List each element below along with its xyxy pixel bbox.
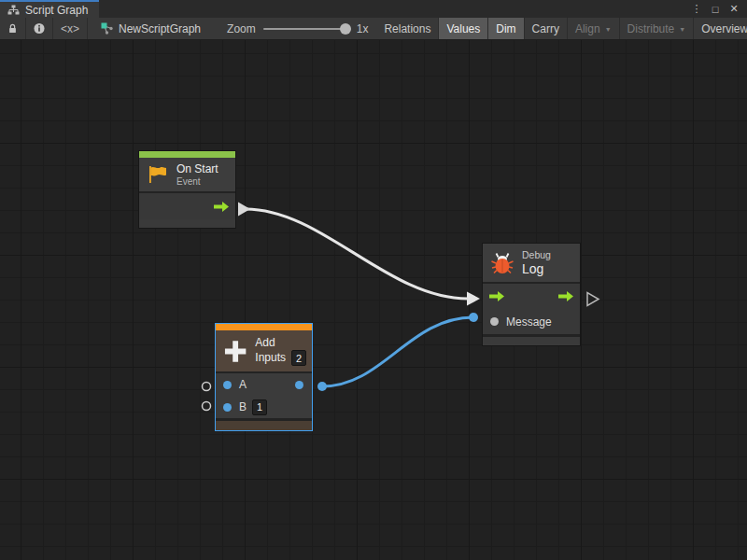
event-color-bar <box>139 151 235 158</box>
dim-label: Dim <box>496 22 515 35</box>
bug-icon <box>490 252 514 274</box>
lock-button[interactable] <box>0 18 26 39</box>
menu-icon[interactable]: ⋮ <box>689 3 704 15</box>
node-subtitle: Event <box>176 176 218 188</box>
value-input-port-b[interactable] <box>223 403 232 412</box>
code-preview-button[interactable]: <x> <box>53 18 88 39</box>
port-row-b: B 1 <box>216 396 312 418</box>
values-button[interactable]: Values <box>439 18 488 39</box>
dim-button[interactable]: Dim <box>488 18 524 39</box>
graph-name-group[interactable]: NewScriptGraph <box>101 18 201 39</box>
tab-script-graph[interactable]: Script Graph <box>0 0 99 18</box>
zoom-slider-handle[interactable] <box>340 23 351 35</box>
close-icon[interactable]: ✕ <box>726 3 741 15</box>
flow-output-port[interactable] <box>557 290 574 302</box>
zoom-value: 1x <box>357 22 369 35</box>
script-graph-icon <box>101 22 114 35</box>
distribute-label: Distribute <box>627 22 675 35</box>
math-color-bar <box>216 324 312 330</box>
values-label: Values <box>446 22 480 35</box>
node-footer <box>216 421 312 430</box>
overview-button[interactable]: Overview <box>694 18 747 39</box>
port-label: B <box>239 400 247 413</box>
maximize-icon[interactable]: □ <box>708 4 723 15</box>
zoom-slider[interactable] <box>263 28 349 30</box>
node-footer <box>139 219 235 228</box>
zoom-label: Zoom <box>227 22 256 35</box>
window-controls: ⋮ □ ✕ <box>689 0 747 18</box>
value-output-port[interactable] <box>295 381 303 389</box>
graph-name: NewScriptGraph <box>119 22 201 35</box>
node-title: On Start <box>176 162 218 176</box>
message-port-row: Message <box>483 309 580 334</box>
graph-hierarchy-icon <box>7 5 20 15</box>
code-preview-icon: <x> <box>61 22 79 35</box>
distribute-button[interactable]: Distribute ▼ <box>620 18 695 39</box>
node-kicker: Debug <box>522 249 551 261</box>
flow-port-row <box>139 193 235 219</box>
info-icon <box>34 22 45 35</box>
plus-icon <box>223 339 247 364</box>
node-debug-log[interactable]: Debug Log Message <box>482 243 581 346</box>
chevron-down-icon: ▼ <box>605 26 612 33</box>
port-label: Message <box>506 315 552 329</box>
node-title: Log <box>522 261 551 277</box>
port-label: A <box>239 378 247 391</box>
flow-port-row <box>483 284 580 309</box>
node-on-start[interactable]: On Start Event <box>138 150 236 229</box>
port-row-a: A <box>216 373 312 396</box>
relations-button[interactable]: Relations <box>376 18 439 39</box>
graph-canvas[interactable] <box>0 40 747 560</box>
node-title: Add <box>255 336 306 350</box>
flag-icon <box>147 163 169 186</box>
value-input-port[interactable] <box>490 317 499 326</box>
value-input-port-a[interactable] <box>223 381 232 389</box>
carry-button[interactable]: Carry <box>525 18 568 39</box>
inputs-label: Inputs <box>255 351 286 365</box>
chevron-down-icon: ▼ <box>679 26 685 33</box>
tab-bar: Script Graph ⋮ □ ✕ <box>0 0 747 18</box>
port-b-value-field[interactable]: 1 <box>252 399 267 415</box>
flow-input-port[interactable] <box>488 290 505 302</box>
carry-label: Carry <box>532 22 559 35</box>
graph-toolbar: <x> NewScriptGraph Zoom 1x Relations Val… <box>0 18 747 40</box>
lock-icon <box>7 22 18 35</box>
zoom-control: Zoom 1x <box>227 18 368 39</box>
node-add[interactable]: Add Inputs 2 A B 1 <box>215 323 313 431</box>
flow-output-port[interactable] <box>213 201 230 213</box>
inputs-count-field[interactable]: 2 <box>291 350 306 366</box>
align-label: Align <box>575 22 600 35</box>
info-button[interactable] <box>26 18 53 39</box>
script-graph-window: Script Graph ⋮ □ ✕ <x> <box>0 0 747 560</box>
node-footer <box>483 337 580 345</box>
align-button[interactable]: Align ▼ <box>568 18 620 39</box>
relations-label: Relations <box>384 22 430 35</box>
overview-label: Overview <box>701 22 747 35</box>
tab-title: Script Graph <box>25 4 88 17</box>
